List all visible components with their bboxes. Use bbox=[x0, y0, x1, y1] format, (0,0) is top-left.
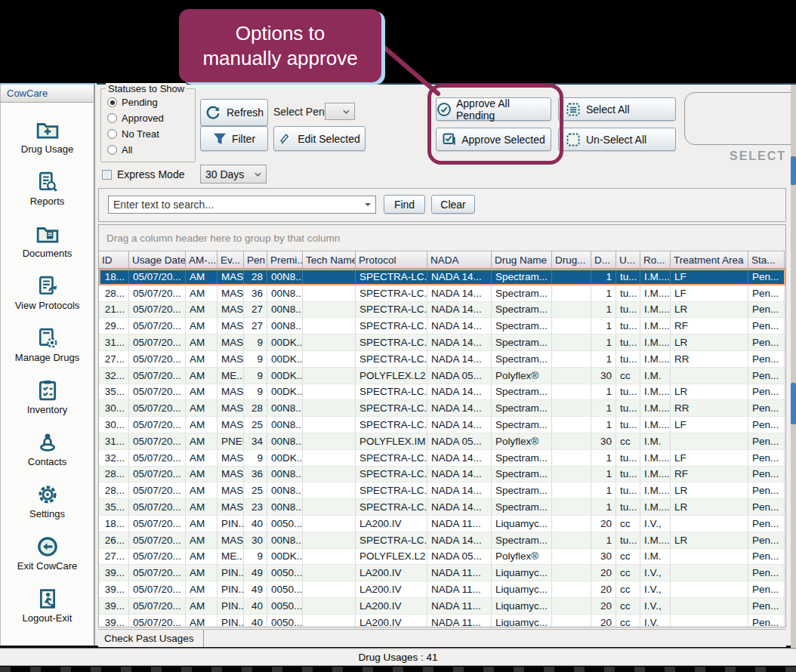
cell bbox=[303, 499, 356, 516]
sidebar-item-documents[interactable]: Documents bbox=[1, 214, 94, 267]
column-header-usage-date[interactable]: Usage Date bbox=[129, 251, 186, 268]
table-row[interactable]: 27...05/07/20...AMMAST900DK...SPECTRA-LC… bbox=[99, 351, 785, 368]
column-header-sta-[interactable]: Sta... bbox=[748, 251, 785, 268]
sidebar-item-drug-usage[interactable]: Drug Usage bbox=[1, 110, 94, 162]
cell: 18... bbox=[99, 269, 129, 285]
column-header-nada[interactable]: NADA bbox=[427, 251, 492, 268]
cell: 9 bbox=[244, 549, 267, 566]
table-row[interactable]: 31...05/07/20...AMPNEU3400N8...POLYFLEX.… bbox=[99, 433, 785, 450]
cell: 23 bbox=[244, 499, 267, 516]
table-row[interactable]: 30...05/07/20...AMMAST2500N8...SPECTRA-L… bbox=[99, 417, 785, 433]
refresh-button[interactable]: Refresh bbox=[200, 99, 268, 126]
express-mode-checkbox[interactable] bbox=[102, 170, 112, 180]
table-row[interactable]: 29...05/07/20...AMMAST2700N8...SPECTRA-L… bbox=[99, 318, 785, 334]
cell bbox=[303, 368, 356, 384]
table-row[interactable]: 18...05/07/20...AMMAST2800N8...SPECTRA-L… bbox=[99, 269, 785, 285]
sidebar-item-view-protocols[interactable]: View Protocols bbox=[1, 267, 94, 319]
table-row[interactable]: 27...05/07/20...AMME...900DK...POLYFLEX.… bbox=[99, 549, 785, 566]
select-all-button[interactable]: Select All bbox=[558, 97, 676, 121]
status-radio-approved[interactable]: Approved bbox=[107, 112, 195, 125]
column-header-premi-[interactable]: Premi... bbox=[267, 251, 303, 268]
table-row[interactable]: 35...05/07/20...AMMAST2300N8...SPECTRA-L… bbox=[99, 499, 785, 516]
column-header-protocol[interactable]: Protocol bbox=[356, 251, 427, 268]
cell: NADA 05... bbox=[427, 549, 492, 566]
tab-check-past-usages[interactable]: Check Past Usages bbox=[98, 630, 204, 647]
cell: SPECTRA-LC.... bbox=[356, 417, 427, 433]
cell: 05/07/20... bbox=[129, 285, 186, 302]
table-row[interactable]: 30...05/07/20...AMMAST2800N8...SPECTRA-L… bbox=[99, 400, 785, 417]
column-header-id[interactable]: ID bbox=[99, 251, 129, 268]
edit-selected-label: Edit Selected bbox=[298, 133, 360, 145]
sidebar-item-reports[interactable]: Reports bbox=[1, 162, 94, 214]
table-row[interactable]: 18...05/07/20...AMPIN...400050...LA200.I… bbox=[99, 516, 785, 532]
table-row[interactable]: 39...05/07/20...AMPIN...400050...LA200.I… bbox=[99, 615, 785, 627]
cell: AM bbox=[186, 482, 218, 499]
table-row[interactable]: 39...05/07/20...AMPIN...400050...LA200.I… bbox=[99, 598, 785, 615]
table-row[interactable]: 28...05/07/20...AMMAST2500N8...SPECTRA-L… bbox=[99, 482, 785, 499]
status-radio-no-treat[interactable]: No Treat bbox=[107, 128, 195, 140]
cell: MAST bbox=[218, 499, 244, 516]
drug-gear-icon bbox=[35, 327, 60, 350]
table-row[interactable]: 32...05/07/20...AMME...900DK...POLYFLEX.… bbox=[99, 368, 785, 384]
cell: AM bbox=[186, 368, 218, 384]
sidebar-item-exit-cowcare[interactable]: Exit CowCare bbox=[1, 527, 94, 579]
sidebar-item-settings[interactable]: Settings bbox=[1, 475, 94, 527]
cell bbox=[552, 334, 591, 351]
cell: MAST bbox=[218, 285, 244, 302]
sidebar-item-logout-exit[interactable]: Logout-Exit bbox=[1, 579, 94, 631]
sidebar-item-contacts[interactable]: Contacts bbox=[1, 423, 94, 475]
filter-button[interactable]: Filter bbox=[200, 126, 268, 151]
column-header-drug-[interactable]: Drug... bbox=[552, 251, 591, 268]
column-header-ro-[interactable]: Ro... bbox=[640, 251, 671, 268]
drug-usage-grid: Drag a column header here to group by th… bbox=[98, 224, 786, 627]
table-row[interactable]: 35...05/07/20...AMMAST900DK...SPECTRA-LC… bbox=[99, 384, 785, 401]
unselect-all-button[interactable]: Un-Select All bbox=[558, 128, 676, 151]
sidebar-item-manage-drugs[interactable]: Manage Drugs bbox=[1, 319, 94, 371]
table-row[interactable]: 31...05/07/20...AMMAST900DK...SPECTRA-LC… bbox=[99, 334, 785, 351]
sidebar-item-inventory[interactable]: Inventory bbox=[1, 371, 94, 423]
table-row[interactable]: 28...05/07/20...AMMAST3600N8...SPECTRA-L… bbox=[99, 467, 785, 483]
table-row[interactable]: 39...05/07/20...AMPIN...490050...LA200.I… bbox=[99, 565, 785, 581]
select-pen-dropdown[interactable] bbox=[325, 103, 355, 120]
column-header-ev-[interactable]: Ev... bbox=[218, 251, 244, 268]
cell bbox=[552, 400, 591, 417]
search-input[interactable] bbox=[108, 196, 376, 214]
column-header-tech-name[interactable]: Tech Name bbox=[303, 251, 356, 268]
protocol-arrow-icon bbox=[35, 275, 60, 297]
cell: MAST bbox=[218, 450, 244, 467]
column-header-pen[interactable]: Pen bbox=[244, 251, 267, 268]
table-row[interactable]: 26...05/07/20...AMMAST3000N8...SPECTRA-L… bbox=[99, 532, 785, 549]
cell: 05/07/20... bbox=[129, 549, 186, 566]
table-row[interactable]: 21...05/07/20...AMMAST2700N8...SPECTRA-L… bbox=[99, 302, 785, 319]
status-radio-pending[interactable]: Pending bbox=[107, 96, 195, 109]
cell: SPECTRA-LC.... bbox=[356, 285, 427, 302]
edit-selected-button[interactable]: Edit Selected bbox=[273, 126, 366, 151]
cell: Spectram... bbox=[492, 467, 552, 483]
column-header-drug-name[interactable]: Drug Name bbox=[492, 251, 552, 268]
column-header-u-[interactable]: U... bbox=[616, 251, 640, 268]
table-row[interactable]: 32...05/07/20...AMMAST900DK...SPECTRA-LC… bbox=[99, 450, 785, 467]
days-range-dropdown[interactable]: 30 Days bbox=[200, 165, 267, 183]
vertical-scrollbar[interactable] bbox=[791, 85, 796, 648]
column-header-treatment-area[interactable]: Treatment Area bbox=[671, 251, 748, 268]
cell: 30 bbox=[591, 433, 616, 450]
find-button[interactable]: Find bbox=[384, 195, 425, 214]
column-header-am-[interactable]: AM-... bbox=[186, 251, 218, 268]
unselect-all-label: Un-Select All bbox=[586, 134, 646, 146]
cell: ME... bbox=[218, 549, 244, 566]
cell: AM bbox=[186, 384, 218, 401]
table-row[interactable]: 39...05/07/20...AMPIN...490050...LA200.I… bbox=[99, 581, 785, 598]
table-row[interactable]: 28...05/07/20...AMMAST3600N8...SPECTRA-L… bbox=[99, 285, 785, 302]
cell: I.M.... bbox=[640, 285, 671, 302]
cell: PIN... bbox=[218, 581, 244, 598]
cell: LR bbox=[671, 384, 748, 401]
sidebar-title-tab[interactable]: CowCare bbox=[1, 83, 94, 103]
cell: I.V., bbox=[640, 598, 671, 615]
clear-button[interactable]: Clear bbox=[431, 195, 475, 214]
column-header-d-[interactable]: D... bbox=[591, 251, 616, 268]
cell bbox=[303, 516, 356, 532]
scrollbar-thumb[interactable] bbox=[791, 383, 796, 424]
scrollbar-thumb[interactable] bbox=[791, 156, 796, 185]
status-radio-all[interactable]: All bbox=[107, 143, 195, 156]
cell: AM bbox=[186, 450, 218, 467]
